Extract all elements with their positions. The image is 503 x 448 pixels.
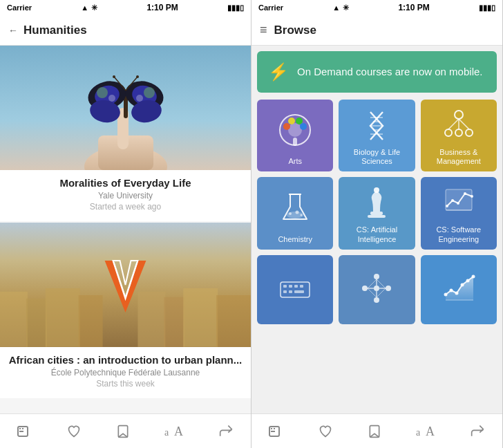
- arts-icon-area: [276, 106, 314, 153]
- svg-point-98: [460, 283, 464, 286]
- cs-ai-label: CS: ArtificialIntelligence: [357, 225, 397, 243]
- left-carrier: Carrier: [7, 3, 32, 12]
- left-bookmark-icon[interactable]: [109, 422, 137, 441]
- svg-text:a: a: [416, 427, 421, 438]
- svg-rect-33: [19, 428, 21, 429]
- svg-rect-76: [294, 285, 298, 288]
- promo-banner[interactable]: ⚡ On Demand courses are now on mobile.: [257, 51, 497, 93]
- butterfly-illustration: [0, 46, 251, 170]
- course-info-2: African cities : an introduction to urba…: [0, 347, 251, 398]
- svg-rect-74: [283, 285, 287, 288]
- course-date-1: Started a week ago: [8, 202, 243, 212]
- svg-rect-27: [216, 295, 251, 347]
- svg-point-41: [283, 123, 290, 130]
- lightning-icon: ⚡: [268, 62, 289, 82]
- svg-rect-78: [283, 290, 287, 293]
- left-time: 1:10 PM: [146, 3, 178, 12]
- left-battery-icons: ▮▮▮▯: [227, 3, 244, 12]
- svg-point-53: [455, 129, 462, 136]
- svg-point-16: [113, 75, 115, 78]
- left-battery-icon: ▮▮▮▯: [227, 3, 244, 12]
- left-content: Moralities of Everyday Life Yale Univers…: [0, 46, 251, 413]
- right-font-icon[interactable]: aA: [410, 422, 442, 441]
- svg-point-99: [466, 279, 469, 282]
- category-cs-ai[interactable]: CS: ArtificialIntelligence: [339, 177, 415, 249]
- left-bottom-bar: aA: [0, 413, 251, 448]
- left-phone: Carrier ▲ ✳ 1:10 PM ▮▮▮▯ ← Humanities: [0, 0, 252, 448]
- data2-icon: [358, 270, 395, 307]
- category-chemistry[interactable]: Chemistry: [257, 177, 333, 249]
- right-nav-title: Browse: [274, 24, 316, 37]
- business-icon-area: [440, 106, 477, 144]
- category-data1[interactable]: [257, 255, 333, 324]
- category-data3[interactable]: [421, 255, 497, 324]
- svg-point-82: [362, 286, 368, 291]
- course-info-1: Moralities of Everyday Life Yale Univers…: [0, 170, 251, 221]
- category-grid: Arts Biology & LifeScience: [257, 100, 497, 324]
- svg-point-61: [296, 210, 299, 214]
- arts-label: Arts: [288, 157, 302, 166]
- data3-icon-area: [440, 262, 477, 315]
- left-signal-icon: ✳: [91, 3, 97, 12]
- svg-point-7: [97, 87, 108, 98]
- category-business[interactable]: Business &Management: [421, 100, 497, 171]
- left-back-icon[interactable]: [11, 422, 39, 441]
- svg-point-70: [464, 192, 466, 195]
- chemistry-label: Chemistry: [278, 235, 312, 244]
- category-cs-sw[interactable]: CS: SoftwareEngineering: [421, 177, 497, 249]
- course-image-1: [0, 46, 251, 170]
- svg-rect-45: [293, 138, 297, 146]
- data1-icon: [276, 270, 314, 307]
- category-data2[interactable]: [339, 255, 415, 324]
- svg-point-40: [288, 123, 302, 137]
- cs-sw-icon: [440, 184, 477, 221]
- left-nav-bar: ← Humanities: [0, 15, 251, 46]
- arts-icon: [276, 111, 314, 149]
- svg-point-84: [386, 286, 391, 291]
- svg-point-52: [445, 129, 452, 136]
- svg-text:A: A: [174, 424, 183, 438]
- course-card-2[interactable]: African cities : an introduction to urba…: [0, 223, 251, 398]
- cs-ai-icon-area: [358, 184, 395, 221]
- business-label: Business &Management: [437, 148, 481, 166]
- category-biology[interactable]: Biology & LifeSciences: [339, 100, 415, 171]
- category-arts[interactable]: Arts: [257, 100, 333, 171]
- course-title-1: Moralities of Everyday Life: [8, 177, 243, 189]
- right-nav-bar: ≡ Browse: [252, 15, 502, 46]
- right-share-icon[interactable]: [464, 422, 491, 441]
- svg-rect-20: [0, 292, 28, 347]
- left-signal-icons: ▲ ✳: [81, 3, 97, 12]
- right-back-icon[interactable]: [263, 422, 290, 441]
- course-card-1[interactable]: Moralities of Everyday Life Yale Univers…: [0, 46, 251, 221]
- back-arrow-icon: ←: [8, 25, 18, 36]
- svg-point-44: [300, 123, 307, 130]
- left-status-bar: Carrier ▲ ✳ 1:10 PM ▮▮▮▯: [0, 0, 251, 15]
- svg-rect-79: [289, 290, 292, 293]
- svg-rect-73: [281, 282, 310, 297]
- svg-point-83: [374, 286, 379, 291]
- left-share-icon[interactable]: [212, 422, 240, 441]
- back-button[interactable]: ←: [8, 25, 18, 36]
- left-font-icon[interactable]: aA: [159, 422, 191, 441]
- right-wifi-icon: ▲: [332, 3, 340, 12]
- svg-point-95: [444, 292, 447, 296]
- svg-point-62: [301, 214, 303, 216]
- right-heart-icon[interactable]: [312, 422, 339, 441]
- city-illustration: [0, 223, 251, 347]
- left-heart-icon[interactable]: [60, 422, 88, 441]
- menu-icon[interactable]: ≡: [260, 23, 267, 37]
- svg-point-11: [144, 87, 155, 98]
- cs-ai-icon: [358, 184, 395, 221]
- svg-point-100: [471, 274, 475, 278]
- course-title-2: African cities : an introduction to urba…: [8, 354, 243, 366]
- data3-icon: [440, 270, 477, 307]
- left-wifi-icon: ▲: [81, 3, 88, 12]
- svg-rect-66: [446, 189, 472, 210]
- svg-rect-23: [79, 295, 103, 347]
- svg-point-81: [374, 274, 379, 279]
- right-battery-icon: ▮▮▮▯: [479, 3, 495, 12]
- svg-rect-21: [26, 299, 47, 347]
- svg-point-12: [136, 95, 143, 102]
- svg-rect-34: [22, 428, 23, 429]
- right-bookmark-icon[interactable]: [361, 422, 388, 441]
